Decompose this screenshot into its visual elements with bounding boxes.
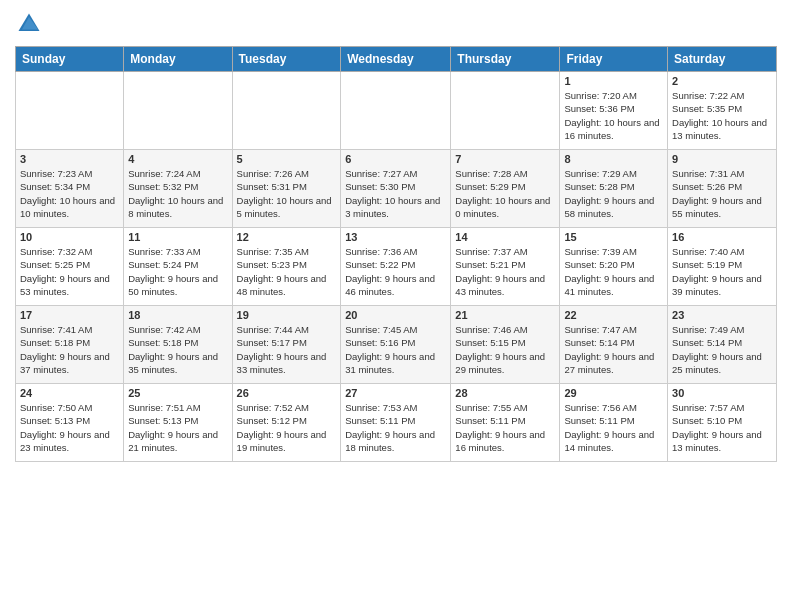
calendar-cell: 25Sunrise: 7:51 AM Sunset: 5:13 PM Dayli… [124,384,232,462]
day-info: Sunrise: 7:40 AM Sunset: 5:19 PM Dayligh… [672,245,772,298]
calendar-week-row: 17Sunrise: 7:41 AM Sunset: 5:18 PM Dayli… [16,306,777,384]
day-info: Sunrise: 7:36 AM Sunset: 5:22 PM Dayligh… [345,245,446,298]
day-number: 11 [128,231,227,243]
day-info: Sunrise: 7:24 AM Sunset: 5:32 PM Dayligh… [128,167,227,220]
calendar-cell [232,72,341,150]
day-info: Sunrise: 7:33 AM Sunset: 5:24 PM Dayligh… [128,245,227,298]
calendar: SundayMondayTuesdayWednesdayThursdayFrid… [15,46,777,462]
day-number: 28 [455,387,555,399]
weekday-header: Monday [124,47,232,72]
calendar-week-row: 3Sunrise: 7:23 AM Sunset: 5:34 PM Daylig… [16,150,777,228]
day-number: 6 [345,153,446,165]
calendar-week-row: 24Sunrise: 7:50 AM Sunset: 5:13 PM Dayli… [16,384,777,462]
weekday-header: Thursday [451,47,560,72]
calendar-cell: 18Sunrise: 7:42 AM Sunset: 5:18 PM Dayli… [124,306,232,384]
calendar-cell: 23Sunrise: 7:49 AM Sunset: 5:14 PM Dayli… [668,306,777,384]
day-number: 4 [128,153,227,165]
day-info: Sunrise: 7:51 AM Sunset: 5:13 PM Dayligh… [128,401,227,454]
day-number: 24 [20,387,119,399]
day-number: 30 [672,387,772,399]
day-info: Sunrise: 7:26 AM Sunset: 5:31 PM Dayligh… [237,167,337,220]
weekday-header: Saturday [668,47,777,72]
calendar-cell [451,72,560,150]
calendar-cell: 19Sunrise: 7:44 AM Sunset: 5:17 PM Dayli… [232,306,341,384]
day-number: 27 [345,387,446,399]
calendar-cell: 10Sunrise: 7:32 AM Sunset: 5:25 PM Dayli… [16,228,124,306]
calendar-cell: 8Sunrise: 7:29 AM Sunset: 5:28 PM Daylig… [560,150,668,228]
day-info: Sunrise: 7:39 AM Sunset: 5:20 PM Dayligh… [564,245,663,298]
day-number: 25 [128,387,227,399]
calendar-cell: 3Sunrise: 7:23 AM Sunset: 5:34 PM Daylig… [16,150,124,228]
calendar-cell: 20Sunrise: 7:45 AM Sunset: 5:16 PM Dayli… [341,306,451,384]
calendar-cell: 11Sunrise: 7:33 AM Sunset: 5:24 PM Dayli… [124,228,232,306]
day-info: Sunrise: 7:46 AM Sunset: 5:15 PM Dayligh… [455,323,555,376]
day-number: 18 [128,309,227,321]
day-number: 1 [564,75,663,87]
calendar-cell [16,72,124,150]
day-info: Sunrise: 7:31 AM Sunset: 5:26 PM Dayligh… [672,167,772,220]
day-number: 12 [237,231,337,243]
day-info: Sunrise: 7:56 AM Sunset: 5:11 PM Dayligh… [564,401,663,454]
day-info: Sunrise: 7:50 AM Sunset: 5:13 PM Dayligh… [20,401,119,454]
day-number: 9 [672,153,772,165]
calendar-cell: 16Sunrise: 7:40 AM Sunset: 5:19 PM Dayli… [668,228,777,306]
day-number: 8 [564,153,663,165]
day-number: 20 [345,309,446,321]
calendar-cell: 7Sunrise: 7:28 AM Sunset: 5:29 PM Daylig… [451,150,560,228]
calendar-cell: 12Sunrise: 7:35 AM Sunset: 5:23 PM Dayli… [232,228,341,306]
calendar-cell: 22Sunrise: 7:47 AM Sunset: 5:14 PM Dayli… [560,306,668,384]
weekday-header: Tuesday [232,47,341,72]
day-number: 22 [564,309,663,321]
calendar-cell: 17Sunrise: 7:41 AM Sunset: 5:18 PM Dayli… [16,306,124,384]
page: SundayMondayTuesdayWednesdayThursdayFrid… [0,0,792,472]
day-info: Sunrise: 7:28 AM Sunset: 5:29 PM Dayligh… [455,167,555,220]
calendar-cell: 4Sunrise: 7:24 AM Sunset: 5:32 PM Daylig… [124,150,232,228]
calendar-cell: 5Sunrise: 7:26 AM Sunset: 5:31 PM Daylig… [232,150,341,228]
calendar-week-row: 1Sunrise: 7:20 AM Sunset: 5:36 PM Daylig… [16,72,777,150]
day-number: 13 [345,231,446,243]
weekday-header: Wednesday [341,47,451,72]
calendar-cell: 2Sunrise: 7:22 AM Sunset: 5:35 PM Daylig… [668,72,777,150]
day-info: Sunrise: 7:37 AM Sunset: 5:21 PM Dayligh… [455,245,555,298]
logo-icon [15,10,43,38]
calendar-cell: 26Sunrise: 7:52 AM Sunset: 5:12 PM Dayli… [232,384,341,462]
calendar-cell: 9Sunrise: 7:31 AM Sunset: 5:26 PM Daylig… [668,150,777,228]
header-section [15,10,777,38]
calendar-cell: 13Sunrise: 7:36 AM Sunset: 5:22 PM Dayli… [341,228,451,306]
calendar-cell [341,72,451,150]
calendar-cell: 29Sunrise: 7:56 AM Sunset: 5:11 PM Dayli… [560,384,668,462]
day-number: 7 [455,153,555,165]
calendar-cell: 30Sunrise: 7:57 AM Sunset: 5:10 PM Dayli… [668,384,777,462]
day-info: Sunrise: 7:52 AM Sunset: 5:12 PM Dayligh… [237,401,337,454]
weekday-header: Friday [560,47,668,72]
day-info: Sunrise: 7:27 AM Sunset: 5:30 PM Dayligh… [345,167,446,220]
day-number: 16 [672,231,772,243]
day-info: Sunrise: 7:35 AM Sunset: 5:23 PM Dayligh… [237,245,337,298]
day-number: 2 [672,75,772,87]
calendar-cell: 15Sunrise: 7:39 AM Sunset: 5:20 PM Dayli… [560,228,668,306]
day-info: Sunrise: 7:49 AM Sunset: 5:14 PM Dayligh… [672,323,772,376]
day-number: 23 [672,309,772,321]
day-number: 10 [20,231,119,243]
day-info: Sunrise: 7:20 AM Sunset: 5:36 PM Dayligh… [564,89,663,142]
weekday-header: Sunday [16,47,124,72]
day-info: Sunrise: 7:29 AM Sunset: 5:28 PM Dayligh… [564,167,663,220]
day-number: 14 [455,231,555,243]
day-info: Sunrise: 7:42 AM Sunset: 5:18 PM Dayligh… [128,323,227,376]
calendar-cell: 1Sunrise: 7:20 AM Sunset: 5:36 PM Daylig… [560,72,668,150]
day-number: 26 [237,387,337,399]
day-number: 17 [20,309,119,321]
calendar-cell: 24Sunrise: 7:50 AM Sunset: 5:13 PM Dayli… [16,384,124,462]
day-number: 19 [237,309,337,321]
calendar-week-row: 10Sunrise: 7:32 AM Sunset: 5:25 PM Dayli… [16,228,777,306]
day-number: 5 [237,153,337,165]
calendar-cell: 14Sunrise: 7:37 AM Sunset: 5:21 PM Dayli… [451,228,560,306]
calendar-header-row: SundayMondayTuesdayWednesdayThursdayFrid… [16,47,777,72]
calendar-cell [124,72,232,150]
calendar-cell: 27Sunrise: 7:53 AM Sunset: 5:11 PM Dayli… [341,384,451,462]
day-number: 29 [564,387,663,399]
day-number: 15 [564,231,663,243]
logo [15,10,47,38]
day-info: Sunrise: 7:32 AM Sunset: 5:25 PM Dayligh… [20,245,119,298]
calendar-cell: 6Sunrise: 7:27 AM Sunset: 5:30 PM Daylig… [341,150,451,228]
